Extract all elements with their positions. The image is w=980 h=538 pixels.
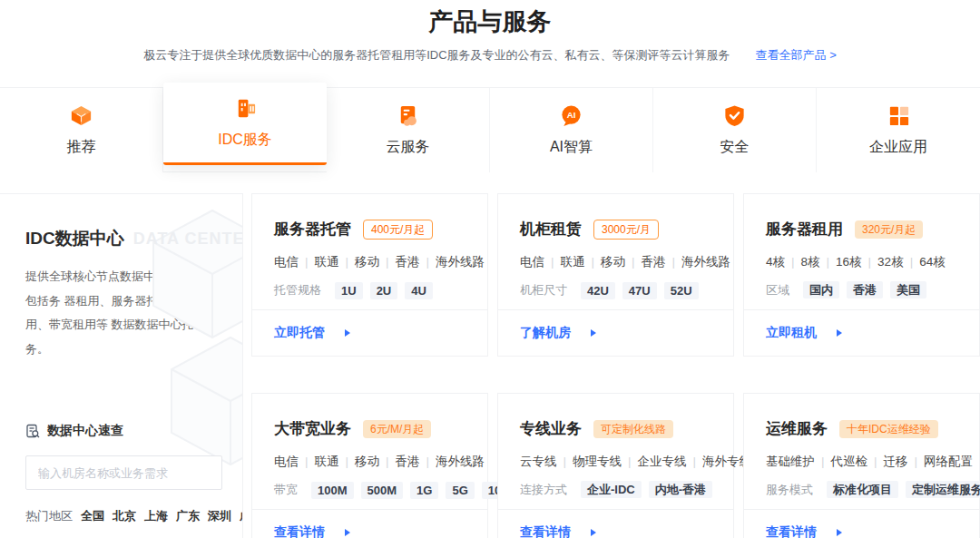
spec-label: 托管规格 xyxy=(274,282,321,298)
card-action-link: 查看详情 xyxy=(520,524,571,538)
spec-chip: 国内 xyxy=(803,281,839,298)
card-title: 服务器租用 xyxy=(766,219,843,240)
spec-chip: 52U xyxy=(664,282,699,299)
page-header: 产品与服务 极云专注于提供全球优质数据中心的服务器托管租用等IDC服务及专业的公… xyxy=(0,0,980,88)
tab-security[interactable]: 安全 xyxy=(653,88,817,172)
card-action[interactable]: 了解机房 xyxy=(498,309,733,356)
service-cards-grid: 服务器托管 400元/月起 电信|联通|移动|香港|海外线路 托管规格 1U2U… xyxy=(251,193,980,538)
grid-icon xyxy=(887,103,911,128)
card-ops-service: 运维服务 十年IDC运维经验 基础维护|代巡检|迁移|网络配置 服务模式 标准化… xyxy=(743,393,980,538)
feature-item: 迁移 xyxy=(884,455,908,468)
card-action[interactable]: 立即租机 xyxy=(744,309,979,356)
region-link[interactable]: 全国 xyxy=(81,509,104,523)
page-subtitle: 极云专注于提供全球优质数据中心的服务器托管租用等IDC服务及专业的公有云、私有云… xyxy=(143,48,730,62)
view-all-products-link[interactable]: 查看全部产品 > xyxy=(756,48,837,62)
svg-text:AI: AI xyxy=(567,110,576,120)
datacenter-search-input[interactable] xyxy=(25,455,222,490)
card-action-link: 了解机房 xyxy=(520,325,571,341)
feature-item: 电信 xyxy=(274,255,299,269)
region-link[interactable]: 广东 xyxy=(176,509,200,523)
tab-cloud-service[interactable]: 云服务 xyxy=(327,88,490,172)
feature-item: 移动 xyxy=(355,255,379,269)
product-category-tabbar: 推荐 IDC服务 云服务 AI AI智算 安全 企业应用 xyxy=(0,88,980,172)
card-features: 电信|联通|移动|香港|海外线路 xyxy=(520,254,711,270)
feature-item: 移动 xyxy=(601,255,625,269)
region-link[interactable]: 深圳 xyxy=(208,509,231,523)
card-features: 电信|联通|移动|香港|海外线路 xyxy=(274,454,466,470)
spec-chip: 1G xyxy=(410,482,438,499)
spec-chips: 标准化项目定制运维服务 xyxy=(827,482,980,498)
feature-item: 16核 xyxy=(836,255,862,269)
building-icon xyxy=(233,96,258,121)
card-bandwidth: 大带宽业务 6元/M/月起 电信|联通|移动|香港|海外线路 带宽 100M50… xyxy=(251,393,488,538)
quick-search-label: 数据中心速查 xyxy=(47,423,123,439)
card-action-link: 立即托管 xyxy=(274,325,325,341)
spec-label: 服务模式 xyxy=(766,482,813,498)
spec-chips: 1U2U4U xyxy=(335,284,440,298)
tab-ai-compute[interactable]: AI AI智算 xyxy=(490,88,653,172)
cube-icon xyxy=(69,103,93,128)
tab-label: 安全 xyxy=(720,138,750,157)
spec-chip: 标准化项目 xyxy=(827,481,898,498)
spec-chip: 内地-香港 xyxy=(649,481,712,498)
card-action[interactable]: 查看详情 xyxy=(252,509,487,538)
card-action-link: 查看详情 xyxy=(766,524,817,538)
price-badge: 3000元/月 xyxy=(593,220,659,240)
arrow-right-icon xyxy=(837,329,842,337)
spec-chip: 2U xyxy=(370,282,398,299)
spec-chip: 4U xyxy=(405,282,433,299)
region-link[interactable]: 成都 xyxy=(240,509,243,523)
hot-regions-label: 热门地区 xyxy=(25,509,73,523)
card-action-link: 立即租机 xyxy=(766,325,817,341)
panel-description: 提供全球核心节点数据中心基础服务，包括务 器租用、服务器托管、机柜租用、带宽租用… xyxy=(25,265,232,362)
panel-title: IDC数据中心 xyxy=(25,227,124,250)
feature-item: 海外线路 xyxy=(436,255,485,269)
spec-chip: 香港 xyxy=(847,281,883,298)
tab-enterprise-apps[interactable]: 企业应用 xyxy=(817,88,980,172)
spec-chips: 国内香港美国 xyxy=(803,282,934,298)
price-badge: 400元/月起 xyxy=(363,220,433,240)
price-badge: 十年IDC运维经验 xyxy=(839,420,938,438)
region-link[interactable]: 北京 xyxy=(113,509,136,523)
region-link[interactable]: 上海 xyxy=(144,509,168,523)
feature-item: 联通 xyxy=(561,255,585,269)
arrow-right-icon xyxy=(591,529,596,536)
card-cabinet-rental: 机柜租赁 3000元/月 电信|联通|移动|香港|海外线路 机柜尺寸 42U47… xyxy=(497,193,734,357)
tab-recommend[interactable]: 推荐 xyxy=(0,88,163,172)
feature-item: 海外线路 xyxy=(436,455,485,468)
panel-watermark-text: DATA CENTER xyxy=(133,230,243,248)
tab-label: 企业应用 xyxy=(869,138,927,157)
feature-item: 联通 xyxy=(315,255,339,269)
card-dedicated-line: 专线业务 可定制化线路 云专线|物理专线|企业专线|海外专线 连接方式 企业-I… xyxy=(497,393,734,538)
spec-chip: 100M xyxy=(311,482,354,499)
spec-chip: 企业-IDC xyxy=(581,481,642,498)
spec-chip: 1U xyxy=(335,282,363,299)
feature-item: 电信 xyxy=(274,455,299,468)
card-title: 服务器托管 xyxy=(274,219,351,240)
card-action[interactable]: 立即托管 xyxy=(252,309,487,356)
price-badge: 320元/月起 xyxy=(855,220,923,239)
card-title: 运维服务 xyxy=(766,418,828,439)
card-action[interactable]: 查看详情 xyxy=(744,509,979,538)
spec-chip: 500M xyxy=(361,482,404,499)
feature-item: 海外线路 xyxy=(681,255,730,269)
tab-idc-service[interactable]: IDC服务 xyxy=(163,83,327,165)
card-title: 机柜租赁 xyxy=(520,219,582,240)
page-title: 产品与服务 xyxy=(0,5,980,38)
arrow-right-icon xyxy=(837,529,842,536)
spec-label: 机柜尺寸 xyxy=(520,282,567,298)
shield-check-icon xyxy=(722,103,747,128)
tab-label: 推荐 xyxy=(67,138,96,157)
feature-item: 代巡检 xyxy=(831,455,868,468)
arrow-right-icon xyxy=(345,329,350,337)
spec-chip: 42U xyxy=(581,282,615,299)
feature-item: 64核 xyxy=(919,255,946,269)
spec-label: 区域 xyxy=(766,282,789,298)
doc-cloud-icon xyxy=(396,103,420,128)
feature-item: 云专线 xyxy=(520,455,557,468)
card-server-rental: 服务器租用 320元/月起 4核|8核|16核|32核|64核 区域 国内香港美… xyxy=(743,193,980,357)
card-features: 云专线|物理专线|企业专线|海外专线 xyxy=(520,454,711,470)
spec-label: 连接方式 xyxy=(520,482,567,498)
card-action[interactable]: 查看详情 xyxy=(498,509,733,538)
spec-chip: 5G xyxy=(446,482,474,499)
